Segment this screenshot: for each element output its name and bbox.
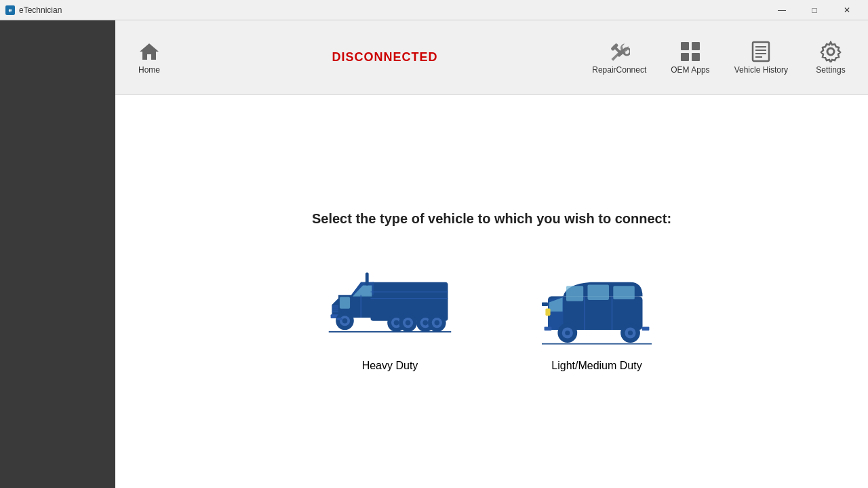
- svg-point-14: [827, 48, 834, 55]
- svg-point-54: [565, 331, 570, 335]
- heavy-duty-truck-icon: [326, 261, 454, 352]
- svg-rect-5: [681, 42, 689, 50]
- svg-rect-7: [681, 53, 689, 61]
- titlebar: e eTechnician — □ ✕: [0, 0, 868, 20]
- vehicle-select-prompt: Select the type of vehicle to which you …: [312, 211, 671, 227]
- light-medium-duty-van-icon: [536, 274, 658, 352]
- wrench-icon: [608, 41, 630, 62]
- svg-point-30: [406, 320, 411, 326]
- nav-home-label: Home: [138, 65, 160, 75]
- svg-point-27: [394, 320, 399, 326]
- toolbar-status: DISCONNECTED: [176, 50, 580, 64]
- nav-settings-label: Settings: [816, 65, 845, 75]
- content: Select the type of vehicle to which you …: [115, 95, 868, 488]
- close-button[interactable]: ✕: [831, 0, 863, 20]
- svg-rect-6: [692, 42, 700, 50]
- svg-rect-46: [613, 286, 635, 299]
- home-icon: [138, 41, 160, 62]
- svg-point-3: [622, 46, 630, 56]
- nav-oem-apps-label: OEM Apps: [671, 65, 709, 75]
- grid-icon: [679, 41, 701, 62]
- heavy-duty-label: Heavy Duty: [362, 360, 418, 372]
- nav-items: RepairConnect OEM Apps: [580, 34, 861, 81]
- app-title: eTechnician: [19, 5, 62, 15]
- nav-oem-apps[interactable]: OEM Apps: [658, 34, 722, 81]
- titlebar-controls: — □ ✕: [766, 0, 863, 20]
- svg-rect-50: [545, 327, 552, 331]
- svg-rect-37: [366, 273, 369, 286]
- svg-rect-49: [545, 309, 550, 316]
- svg-rect-9: [753, 42, 769, 61]
- svg-point-33: [422, 320, 428, 326]
- minimize-button[interactable]: —: [766, 0, 797, 20]
- heavy-duty-option[interactable]: Heavy Duty: [326, 261, 454, 372]
- nav-vehicle-history-label: Vehicle History: [734, 65, 788, 75]
- nav-vehicle-history[interactable]: Vehicle History: [722, 34, 800, 81]
- maximize-button[interactable]: □: [799, 0, 830, 20]
- svg-rect-16: [340, 297, 350, 309]
- svg-rect-8: [692, 53, 700, 61]
- app-icon: e: [5, 5, 15, 15]
- sidebar: [0, 20, 115, 488]
- svg-point-57: [628, 331, 633, 335]
- light-medium-duty-label: Light/Medium Duty: [551, 360, 642, 372]
- svg-rect-45: [588, 284, 610, 300]
- gear-icon: [820, 41, 842, 62]
- svg-rect-38: [337, 318, 342, 320]
- svg-rect-44: [566, 286, 583, 301]
- vehicle-options: Heavy Duty: [326, 261, 658, 372]
- svg-point-36: [435, 320, 440, 326]
- toolbar: Home DISCONNECTED: [115, 20, 868, 95]
- svg-rect-51: [642, 327, 650, 331]
- connection-status: DISCONNECTED: [332, 50, 438, 64]
- nav-repair-connect-label: RepairConnect: [592, 65, 646, 75]
- nav-home[interactable]: Home: [122, 34, 176, 81]
- history-icon: [750, 41, 772, 62]
- nav-repair-connect[interactable]: RepairConnect: [580, 34, 658, 81]
- titlebar-left: e eTechnician: [5, 5, 62, 15]
- svg-point-24: [342, 318, 348, 324]
- main-area: Home DISCONNECTED: [115, 20, 868, 488]
- app-container: Home DISCONNECTED: [0, 20, 868, 488]
- svg-rect-58: [542, 303, 548, 306]
- light-medium-duty-option[interactable]: Light/Medium Duty: [536, 274, 658, 372]
- nav-settings[interactable]: Settings: [800, 34, 861, 81]
